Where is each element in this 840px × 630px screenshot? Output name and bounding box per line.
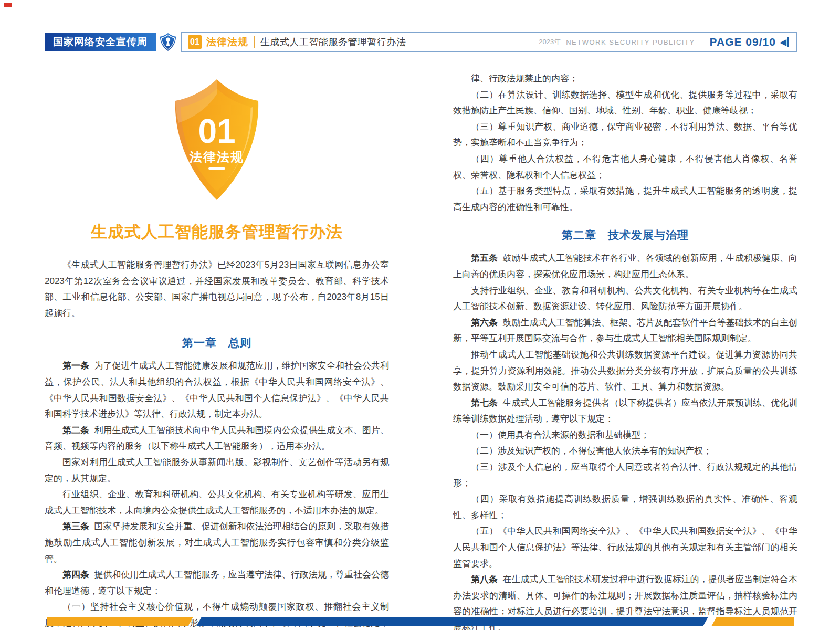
footer-bars: [47, 617, 794, 626]
body-paragraph: 第一条为了促进生成式人工智能健康发展和规范应用，维护国家安全和社会公共利益，保护…: [45, 358, 389, 422]
chapter-shield-badge: 01 法律法规: [163, 77, 271, 205]
body-paragraph: （三）涉及个人信息的，应当取得个人同意或者符合法律、行政法规规定的其他情形；: [453, 459, 797, 491]
chapter-1-paragraphs: 第一条为了促进生成式人工智能健康发展和规范应用，维护国家安全和社会公共利益，保护…: [45, 358, 389, 630]
body-paragraph: （四）采取有效措施提高训练数据质量，增强训练数据的真实性、准确性、客观性、多样性…: [453, 491, 797, 523]
shield-label: 法律法规: [189, 150, 244, 164]
corner-mark: [4, 3, 12, 7]
paragraph-text: （四）尊重他人合法权益，不得危害他人身心健康，不得侵害他人肖像权、名誉权、荣誉权…: [453, 154, 797, 180]
section-number-badge: 01: [188, 35, 202, 49]
body-paragraph: 第三条国家坚持发展和安全并重、促进创新和依法治理相结合的原则，采取有效措施鼓励生…: [45, 519, 389, 567]
body-paragraph: （二）在算法设计、训练数据选择、模型生成和优化、提供服务等过程中，采取有效措施防…: [453, 87, 797, 119]
article-number: 第六条: [471, 318, 498, 328]
chapter-1-heading: 第一章 总则: [45, 335, 389, 350]
paragraph-text: 国家坚持发展和安全并重、促进创新和依法治理相结合的原则，采取有效措施鼓励生成式人…: [45, 521, 389, 563]
paragraph-text: 为了促进生成式人工智能健康发展和规范应用，维护国家安全和社会公共利益，保护公民、…: [45, 361, 389, 419]
section-label: 法律法规: [206, 35, 248, 49]
article-number: 第八条: [471, 574, 498, 584]
footer-orange-bar-right: [711, 617, 794, 626]
paragraph-text: 鼓励生成式人工智能技术在各行业、各领域的创新应用，生成积极健康、向上向善的优质内…: [453, 253, 797, 279]
footer-blue-bar: [196, 617, 708, 626]
paragraph-text: 提供和使用生成式人工智能服务，应当遵守法律、行政法规，尊重社会公德和伦理道德，遵…: [45, 570, 389, 596]
paragraph-text: （五）基于服务类型特点，采取有效措施，提升生成式人工智能服务的透明度，提高生成内…: [453, 186, 797, 212]
body-paragraph: （四）尊重他人合法权益，不得危害他人身心健康，不得侵害他人肖像权、名誉权、荣誉权…: [453, 151, 797, 183]
article-number: 第一条: [62, 361, 89, 371]
body-paragraph: 行业组织、企业、教育和科研机构、公共文化机构、有关专业机构等研发、应用生成式人工…: [45, 487, 389, 519]
body-paragraph: 第四条提供和使用生成式人工智能服务，应当遵守法律、行政法规，尊重社会公德和伦理道…: [45, 567, 389, 599]
brand-badge-label: 国家网络安全宣传周: [53, 35, 148, 49]
paragraph-text: 行业组织、企业、教育和科研机构、公共文化机构、有关专业机构等研发、应用生成式人工…: [45, 489, 389, 516]
header-publicity-en: NETWORK SECURITY PUBLICITY: [566, 38, 695, 46]
paragraph-text: （五）《中华人民共和国网络安全法》、《中华人民共和国数据安全法》、《中华人民共和…: [453, 526, 797, 568]
right-column: 律、行政法规禁止的内容； （二）在算法设计、训练数据选择、模型生成和优化、提供服…: [453, 69, 797, 630]
document-title: 生成式人工智能服务管理暂行办法: [45, 221, 389, 243]
paragraph-text: （三）尊重知识产权、商业道德，保守商业秘密，不得利用算法、数据、平台等优势，实施…: [453, 122, 797, 148]
paragraph-text: 利用生成式人工智能技术向中华人民共和国境内公众提供生成文本、图片、音频、视频等内…: [45, 425, 389, 452]
paragraph-text: 支持行业组织、企业、教育和科研机构、公共文化机构、有关专业机构等在生成式人工智能…: [453, 286, 797, 312]
paragraph-text: （二）在算法设计、训练数据选择、模型生成和优化、提供服务等过程中，采取有效措施防…: [453, 90, 797, 116]
shield-underline: [208, 167, 225, 170]
body-paragraph: 推动生成式人工智能基础设施和公共训练数据资源平台建设。促进算力资源协同共享，提升…: [453, 347, 797, 395]
shield-lock-icon: [160, 33, 176, 51]
paragraph-text: （三）涉及个人信息的，应当取得个人同意或者符合法律、行政法规规定的其他情形；: [453, 462, 797, 488]
prev-page-icon: ◀: [780, 37, 789, 48]
footer-orange-bar-left: [47, 617, 193, 626]
chapter-2-heading: 第二章 技术发展与治理: [453, 228, 797, 243]
paragraph-text: （二）涉及知识产权的，不得侵害他人依法享有的知识产权；: [471, 446, 712, 456]
page-indicator: PAGE 09/10: [710, 36, 776, 48]
paragraph-text: 律、行政法规禁止的内容；: [471, 74, 578, 83]
paragraph-text: 推动生成式人工智能基础设施和公共训练数据资源平台建设。促进算力资源协同共享，提升…: [453, 350, 797, 392]
body-paragraph: （二）涉及知识产权的，不得侵害他人依法享有的知识产权；: [453, 443, 797, 459]
body-paragraph: （五）《中华人民共和国网络安全法》、《中华人民共和国数据安全法》、《中华人民共和…: [453, 523, 797, 572]
body-paragraph: 第六条鼓励生成式人工智能算法、框架、芯片及配套软件平台等基础技术的自主创新，平等…: [453, 315, 797, 347]
header-divider: [254, 36, 255, 48]
body-paragraph: 第七条生成式人工智能服务提供者（以下称提供者）应当依法开展预训练、优化训练等训练…: [453, 395, 797, 427]
intro-paragraph: 《生成式人工智能服务管理暂行办法》已经2023年5月23日国家互联网信息办公室2…: [45, 257, 389, 321]
shield-number: 01: [198, 112, 235, 150]
left-column: 01 法律法规 生成式人工智能服务管理暂行办法 《生成式人工智能服务管理暂行办法…: [45, 69, 389, 630]
brand-badge: 国家网络安全宣传周: [45, 33, 156, 51]
chapter-1-continuation: 律、行政法规禁止的内容； （二）在算法设计、训练数据选择、模型生成和优化、提供服…: [453, 71, 797, 215]
page-header: 国家网络安全宣传周 01 法律法规 生成式人工智能服务管理暂行办法 2023年: [45, 32, 797, 52]
paragraph-text: （四）采取有效措施提高训练数据质量，增强训练数据的真实性、准确性、客观性、多样性…: [453, 494, 797, 520]
article-number: 第二条: [62, 425, 89, 435]
brochure-page: 国家网络安全宣传周 01 法律法规 生成式人工智能服务管理暂行办法 2023年: [0, 0, 840, 630]
body-paragraph: 国家对利用生成式人工智能服务从事新闻出版、影视制作、文艺创作等活动另有规定的，从…: [45, 455, 389, 487]
body-paragraph: 第五条鼓励生成式人工智能技术在各行业、各领域的创新应用，生成积极健康、向上向善的…: [453, 250, 797, 282]
body-paragraph: （三）尊重知识产权、商业道德，保守商业秘密，不得利用算法、数据、平台等优势，实施…: [453, 119, 797, 151]
paragraph-text: （一）使用具有合法来源的数据和基础模型；: [471, 430, 649, 440]
body-paragraph: 律、行政法规禁止的内容；: [453, 71, 797, 87]
header-title-box: 01 法律法规 生成式人工智能服务管理暂行办法 2023年 NETWORK SE…: [181, 32, 797, 52]
article-number: 第七条: [471, 398, 498, 408]
article-number: 第四条: [62, 570, 89, 580]
header-year: 2023年: [539, 37, 561, 47]
content-columns: 01 法律法规 生成式人工智能服务管理暂行办法 《生成式人工智能服务管理暂行办法…: [45, 69, 797, 630]
body-paragraph: （五）基于服务类型特点，采取有效措施，提升生成式人工智能服务的透明度，提高生成内…: [453, 183, 797, 215]
body-paragraph: 支持行业组织、企业、教育和科研机构、公共文化机构、有关专业机构等在生成式人工智能…: [453, 283, 797, 315]
chapter-2-paragraphs: 第五条鼓励生成式人工智能技术在各行业、各领域的创新应用，生成积极健康、向上向善的…: [453, 250, 797, 630]
header-doc-title: 生成式人工智能服务管理暂行办法: [260, 36, 406, 48]
paragraph-text: 国家对利用生成式人工智能服务从事新闻出版、影视制作、文艺创作等活动另有规定的，从…: [45, 457, 389, 484]
article-number: 第三条: [62, 521, 89, 531]
article-number: 第五条: [471, 253, 498, 263]
body-paragraph: 第二条利用生成式人工智能技术向中华人民共和国境内公众提供生成文本、图片、音频、视…: [45, 423, 389, 455]
paragraph-text: 鼓励生成式人工智能算法、框架、芯片及配套软件平台等基础技术的自主创新，平等互利开…: [453, 318, 797, 344]
paragraph-text: 生成式人工智能服务提供者（以下称提供者）应当依法开展预训练、优化训练等训练数据处…: [453, 398, 797, 424]
body-paragraph: （一）使用具有合法来源的数据和基础模型；: [453, 427, 797, 444]
